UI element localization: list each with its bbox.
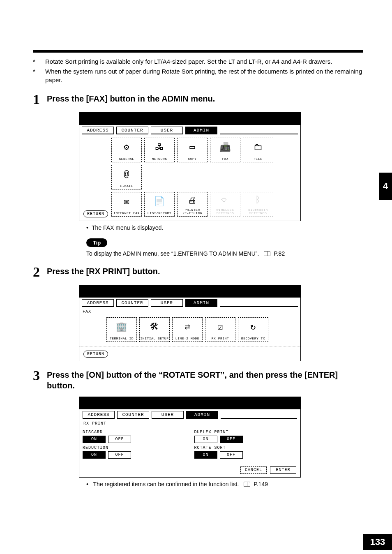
- note-a-text: Rotate Sort printing is available only f…: [45, 58, 332, 66]
- file-icon: 🗀: [254, 138, 263, 157]
- step-3-ref: P.149: [254, 481, 268, 487]
- admin-icon-grid-row2: ✉INTERNET FAX 📄LIST/REPORT 🖨PRINTER /E-F…: [111, 190, 273, 217]
- tab-counter[interactable]: COUNTER: [116, 127, 148, 134]
- label: RX PRINT: [212, 337, 229, 340]
- rx-print-settings: DISCARD ON OFF REDUCTION ON OFF DUPLEX P…: [83, 427, 297, 459]
- setup-icon: 🛠: [150, 318, 159, 337]
- fax-btn-initial-setup[interactable]: 🛠INITIAL SETUP: [139, 317, 170, 342]
- fax-btn-rx-print[interactable]: ☑RX PRINT: [205, 317, 235, 342]
- label: INITIAL SETUP: [141, 337, 169, 340]
- enter-button[interactable]: ENTER: [270, 466, 296, 474]
- vertical-divider: [190, 427, 190, 459]
- step-1-number: 1: [33, 92, 47, 106]
- list-icon: 📄: [154, 192, 165, 211]
- admin-btn-network[interactable]: 🖧NETWORK: [144, 138, 175, 162]
- label-reduction: REDUCTION: [83, 446, 182, 450]
- admin-btn-email[interactable]: @E-MAIL: [111, 165, 142, 189]
- fax-btn-terminal-id[interactable]: 🏢TERMINAL ID: [106, 317, 137, 342]
- screenshot-titlebar: [79, 397, 300, 409]
- tab-admin[interactable]: ADMIN: [185, 299, 217, 307]
- wifi-icon: ᯤ: [221, 192, 230, 208]
- tip-ref: P.82: [274, 250, 285, 257]
- tip-text-body: To display the ADMIN menu, see “1.ENTERI…: [86, 250, 259, 257]
- screenshot-admin-menu: ADDRESS COUNTER USER ADMIN ⚙GENERAL 🖧NET…: [79, 112, 301, 221]
- tab-admin[interactable]: ADMIN: [185, 127, 217, 134]
- rotate-sort-on[interactable]: ON: [194, 451, 217, 459]
- top-rule: [33, 50, 363, 53]
- printer-icon: 🖨: [188, 192, 197, 208]
- admin-btn-internet-fax[interactable]: ✉INTERNET FAX: [111, 192, 142, 217]
- reduction-off[interactable]: OFF: [108, 451, 131, 459]
- breadcrumb-fax: FAX: [82, 309, 298, 316]
- step-2: 2 Press the [RX PRINT] button.: [33, 266, 363, 279]
- tab-user[interactable]: USER: [151, 127, 183, 134]
- step-1-sub: The FAX menu is displayed.: [86, 224, 363, 231]
- fax-icon: 📠: [219, 138, 231, 157]
- label: Bluetooth SETTINGS: [248, 208, 268, 215]
- page: * Rotate Sort printing is available only…: [0, 0, 392, 554]
- return-button[interactable]: RETURN: [83, 210, 108, 217]
- tab-counter[interactable]: COUNTER: [116, 299, 148, 307]
- label: RECOVERY TX: [241, 337, 265, 340]
- tab-admin[interactable]: ADMIN: [186, 411, 218, 419]
- label: PRINTER /E-FILING: [182, 208, 202, 215]
- admin-btn-list-report[interactable]: 📄LIST/REPORT: [144, 192, 175, 217]
- tab-address[interactable]: ADDRESS: [82, 127, 114, 134]
- tip-text: To display the ADMIN menu, see “1.ENTERI…: [86, 250, 363, 257]
- note-b-text: When the system runs out of paper during…: [45, 67, 363, 84]
- label: COPY: [188, 157, 196, 161]
- step-3: 3 Press the [ON] button of the “ROTATE S…: [33, 369, 363, 391]
- admin-btn-wireless: ᯤWIRELESS SETTINGS: [210, 192, 240, 217]
- admin-btn-general[interactable]: ⚙GENERAL: [111, 138, 142, 162]
- tab-bar: ADDRESS COUNTER USER ADMIN: [82, 299, 298, 307]
- tab-user[interactable]: USER: [151, 299, 183, 307]
- step-3-sub-text: The registered items can be confirmed in…: [93, 481, 239, 487]
- admin-icon-grid: ⚙GENERAL 🖧NETWORK ▭COPY 📠FAX 🗀FILE @E-MA…: [82, 136, 298, 190]
- rotate-sort-off[interactable]: OFF: [220, 451, 243, 459]
- label: FAX: [222, 157, 228, 161]
- fax-icon-grid: 🏢TERMINAL ID 🛠INITIAL SETUP ⇄LINE-2 MODE…: [82, 316, 298, 343]
- terminal-icon: 🏢: [116, 318, 127, 337]
- line-icon: ⇄: [184, 318, 190, 337]
- tab-address[interactable]: ADDRESS: [82, 299, 114, 307]
- label-rotate-sort: ROTATE SORT: [194, 446, 294, 450]
- label: FILE: [254, 157, 262, 161]
- admin-btn-bluetooth: ᛒBluetooth SETTINGS: [243, 192, 273, 217]
- tab-address[interactable]: ADDRESS: [83, 411, 115, 419]
- tab-counter[interactable]: COUNTER: [117, 411, 149, 419]
- label: TERMINAL ID: [110, 337, 134, 340]
- admin-btn-printer-efiling[interactable]: 🖨PRINTER /E-FILING: [177, 192, 208, 217]
- page-number: 133: [363, 534, 392, 550]
- asterisk: *: [33, 67, 45, 84]
- screenshot-titlebar: [79, 285, 300, 298]
- discard-on[interactable]: ON: [83, 436, 106, 443]
- label: E-MAIL: [120, 184, 133, 188]
- tab-user[interactable]: USER: [152, 411, 184, 419]
- fax-btn-recovery-tx[interactable]: ↻RECOVERY TX: [238, 317, 268, 342]
- label-duplex-print: DUPLEX PRINT: [194, 430, 294, 434]
- action-row: CANCEL ENTER: [83, 466, 297, 474]
- label: WIRELESS SETTINGS: [217, 208, 234, 215]
- step-3-sub: The registered items can be confirmed in…: [86, 481, 363, 487]
- breadcrumb-rx-print: RX PRINT: [83, 420, 297, 427]
- divider: [79, 463, 300, 463]
- admin-btn-copy[interactable]: ▭COPY: [177, 138, 208, 162]
- tab-bar: ADDRESS COUNTER USER ADMIN: [82, 127, 298, 134]
- label-discard: DISCARD: [83, 430, 182, 434]
- label: INTERNET FAX: [113, 211, 140, 215]
- copy-icon: ▭: [189, 138, 195, 157]
- chapter-tab: 4: [379, 173, 392, 200]
- step-1: 1 Press the [FAX] button in the ADMIN me…: [33, 93, 363, 106]
- tab-spacer: [221, 411, 297, 419]
- admin-btn-fax[interactable]: 📠FAX: [210, 138, 240, 162]
- fax-btn-line2-mode[interactable]: ⇄LINE-2 MODE: [172, 317, 203, 342]
- duplex-on[interactable]: ON: [194, 436, 217, 443]
- cancel-button[interactable]: CANCEL: [240, 466, 267, 474]
- duplex-off[interactable]: OFF: [220, 436, 243, 443]
- step-3-title: Press the [ON] button of the “ROTATE SOR…: [47, 369, 363, 391]
- reduction-on[interactable]: ON: [83, 451, 106, 459]
- admin-btn-file[interactable]: 🗀FILE: [243, 138, 273, 162]
- return-button[interactable]: RETURN: [83, 351, 108, 358]
- note-a: * Rotate Sort printing is available only…: [33, 58, 363, 66]
- discard-off[interactable]: OFF: [108, 436, 131, 443]
